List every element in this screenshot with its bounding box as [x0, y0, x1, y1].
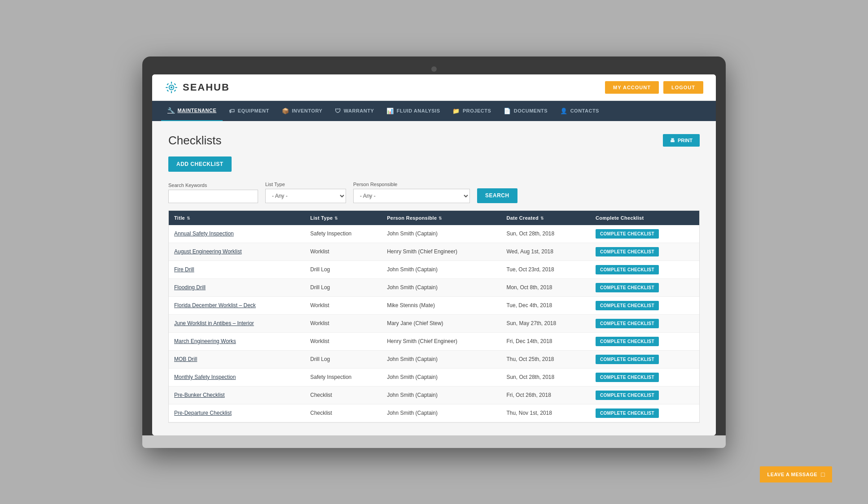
app-header: SEAHUB MY ACCOUNT LOGOUT — [152, 74, 716, 101]
svg-rect-7 — [174, 83, 176, 85]
table-row: Flooding DrillDrill LogJohn Smith (Capta… — [169, 278, 699, 296]
print-label: PRINT — [678, 138, 693, 143]
nav-item-inventory[interactable]: 📦INVENTORY — [276, 101, 329, 121]
row-4-person: Mike Stennis (Mate) — [381, 296, 501, 314]
nav-item-equipment[interactable]: 🏷EQUIPMENT — [223, 101, 275, 121]
nav-item-maintenance-label: MAINTENANCE — [178, 108, 217, 113]
svg-rect-8 — [167, 89, 169, 91]
row-5-title-link[interactable]: June Worklist in Antibes – Interior — [174, 320, 254, 326]
row-8-title: Monthly Safety Inspection — [169, 368, 305, 386]
search-button[interactable]: SEARCH — [477, 188, 517, 203]
row-7-title-link[interactable]: MOB Drill — [174, 356, 197, 362]
row-6-title: March Engineering Works — [169, 332, 305, 350]
table-body: Annual Safety InspectionSafety Inspectio… — [169, 225, 699, 422]
row-10-complete-button[interactable]: COMPLETE CHECKLIST — [596, 408, 659, 418]
nav-item-contacts[interactable]: 👤CONTACTS — [554, 101, 605, 121]
row-7-list-type: Drill Log — [305, 350, 381, 368]
laptop-camera — [431, 66, 437, 72]
logout-button[interactable]: LOGOUT — [663, 81, 703, 94]
row-9-action-cell: COMPLETE CHECKLIST — [590, 386, 699, 404]
print-button[interactable]: 🖶 PRINT — [663, 134, 700, 147]
row-0-action-cell: COMPLETE CHECKLIST — [590, 225, 699, 243]
row-10-title-link[interactable]: Pre-Departure Checklist — [174, 410, 232, 416]
laptop-frame: SEAHUB MY ACCOUNT LOGOUT 🔧MAINTENANCE🏷EQ… — [142, 56, 726, 448]
table-header: Title⇅List Type⇅Person Responsible⇅Date … — [169, 211, 699, 225]
row-0-list-type: Safety Inspection — [305, 225, 381, 243]
row-8-list-type: Safety Inspection — [305, 368, 381, 386]
row-4-complete-button[interactable]: COMPLETE CHECKLIST — [596, 301, 659, 310]
row-2-list-type: Drill Log — [305, 261, 381, 278]
row-6-complete-button[interactable]: COMPLETE CHECKLIST — [596, 337, 659, 346]
equipment-nav-icon: 🏷 — [229, 108, 235, 114]
row-9-title-link[interactable]: Pre-Bunker Checklist — [174, 392, 225, 398]
sort-icon-2[interactable]: ⇅ — [438, 216, 442, 221]
row-4-action-cell: COMPLETE CHECKLIST — [590, 296, 699, 314]
nav-item-documents[interactable]: 📄DOCUMENTS — [497, 101, 554, 121]
nav-item-fluid-analysis[interactable]: 📊FLUID ANALYSIS — [380, 101, 446, 121]
nav-item-projects[interactable]: 📁PROJECTS — [446, 101, 497, 121]
row-9-list-type: Checklist — [305, 386, 381, 404]
row-8-action-cell: COMPLETE CHECKLIST — [590, 368, 699, 386]
sort-icon-0[interactable]: ⇅ — [187, 216, 190, 221]
row-1-title: August Engineering Worklist — [169, 243, 305, 261]
table-row: Annual Safety InspectionSafety Inspectio… — [169, 225, 699, 243]
row-6-title-link[interactable]: March Engineering Works — [174, 338, 236, 344]
row-10-action-cell: COMPLETE CHECKLIST — [590, 404, 699, 422]
row-7-complete-button[interactable]: COMPLETE CHECKLIST — [596, 355, 659, 364]
row-0-complete-button[interactable]: COMPLETE CHECKLIST — [596, 229, 659, 239]
col-header-3: Date Created⇅ — [501, 211, 590, 225]
row-2-complete-button[interactable]: COMPLETE CHECKLIST — [596, 265, 659, 274]
print-icon: 🖶 — [670, 138, 675, 143]
svg-rect-5 — [175, 87, 177, 87]
row-4-list-type: Worklist — [305, 296, 381, 314]
row-9-complete-button[interactable]: COMPLETE CHECKLIST — [596, 391, 659, 400]
col-header-2: Person Responsible⇅ — [381, 211, 501, 225]
checklists-table: Title⇅List Type⇅Person Responsible⇅Date … — [169, 211, 699, 422]
sort-icon-3[interactable]: ⇅ — [540, 216, 544, 221]
leave-message-close-icon[interactable]: □ — [821, 471, 825, 478]
table-row: Pre-Bunker ChecklistChecklistJohn Smith … — [169, 386, 699, 404]
keywords-label: Search Keywords — [168, 182, 258, 188]
list-type-select[interactable]: - Any - — [265, 189, 346, 203]
keywords-input[interactable] — [168, 190, 258, 203]
row-8-complete-button[interactable]: COMPLETE CHECKLIST — [596, 373, 659, 382]
sort-icon-1[interactable]: ⇅ — [334, 216, 338, 221]
row-0-title-link[interactable]: Annual Safety Inspection — [174, 230, 234, 237]
person-select[interactable]: - Any - — [353, 189, 470, 203]
table-row: August Engineering WorklistWorklistHenry… — [169, 243, 699, 261]
row-2-title-link[interactable]: Fire Drill — [174, 266, 194, 273]
row-3-title-link[interactable]: Flooding Drill — [174, 284, 206, 291]
row-6-list-type: Worklist — [305, 332, 381, 350]
list-type-label: List Type — [265, 182, 346, 187]
nav-item-maintenance[interactable]: 🔧MAINTENANCE — [161, 101, 223, 121]
nav-item-projects-label: PROJECTS — [463, 108, 491, 113]
row-2-title: Fire Drill — [169, 261, 305, 278]
nav-item-warranty[interactable]: 🛡WARRANTY — [329, 101, 380, 121]
leave-message-label: LEAVE A MESSAGE — [767, 472, 817, 477]
add-checklist-button[interactable]: ADD CHECKLIST — [168, 156, 232, 172]
laptop-screen: SEAHUB MY ACCOUNT LOGOUT 🔧MAINTENANCE🏷EQ… — [152, 74, 716, 435]
svg-rect-2 — [171, 82, 172, 84]
page-title: Checklists — [168, 134, 221, 148]
row-8-title-link[interactable]: Monthly Safety Inspection — [174, 374, 236, 380]
my-account-button[interactable]: MY ACCOUNT — [605, 81, 659, 94]
row-7-action-cell: COMPLETE CHECKLIST — [590, 350, 699, 368]
row-6-person: Henry Smith (Chief Engineer) — [381, 332, 501, 350]
row-1-complete-button[interactable]: COMPLETE CHECKLIST — [596, 247, 659, 256]
row-0-person: John Smith (Captain) — [381, 225, 501, 243]
row-0-date: Sun, Oct 28th, 2018 — [501, 225, 590, 243]
row-4-title-link[interactable]: Florida December Worklist – Deck — [174, 302, 256, 308]
app-name: SEAHUB — [183, 82, 230, 93]
row-3-complete-button[interactable]: COMPLETE CHECKLIST — [596, 283, 659, 292]
projects-nav-icon: 📁 — [452, 108, 460, 114]
row-5-person: Mary Jane (Chief Stew) — [381, 314, 501, 332]
row-3-action-cell: COMPLETE CHECKLIST — [590, 278, 699, 296]
row-5-complete-button[interactable]: COMPLETE CHECKLIST — [596, 319, 659, 328]
person-label: Person Responsible — [353, 182, 470, 187]
row-2-action-cell: COMPLETE CHECKLIST — [590, 261, 699, 278]
row-1-title-link[interactable]: August Engineering Worklist — [174, 248, 242, 255]
nav-item-contacts-label: CONTACTS — [570, 108, 599, 113]
nav-item-warranty-label: WARRANTY — [344, 108, 374, 113]
nav-item-documents-label: DOCUMENTS — [514, 108, 548, 113]
leave-message-bar[interactable]: LEAVE A MESSAGE □ — [760, 466, 832, 482]
